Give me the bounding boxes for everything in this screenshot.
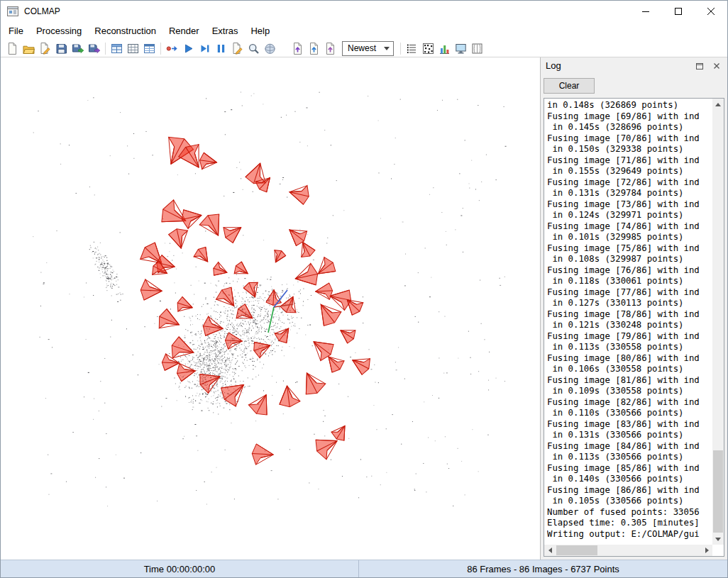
save-project-icon[interactable] bbox=[53, 40, 70, 57]
automatic-reconstruction-icon[interactable] bbox=[164, 40, 180, 57]
log-dock-title: Log bbox=[546, 60, 561, 71]
log-dock: Log Clear in 0.148s (326869 points) Fusi… bbox=[540, 57, 727, 560]
new-project-icon[interactable] bbox=[4, 40, 21, 57]
dock-float-button[interactable] bbox=[693, 60, 705, 72]
log-icon[interactable] bbox=[404, 40, 420, 57]
minimize-button[interactable] bbox=[629, 1, 662, 22]
toolbar-separator bbox=[400, 43, 401, 55]
menu-item-reconstruction[interactable]: Reconstruction bbox=[88, 23, 162, 38]
step-reconstruction-icon[interactable] bbox=[197, 40, 213, 57]
toolbar-separator bbox=[105, 43, 106, 55]
dense-reconstruction-icon[interactable] bbox=[262, 40, 278, 57]
export-all-icon[interactable] bbox=[289, 40, 306, 57]
scroll-down-icon[interactable] bbox=[712, 533, 724, 545]
database-management-icon[interactable] bbox=[141, 40, 158, 57]
toolbar-separator bbox=[160, 43, 161, 55]
title-bar: COLMAP bbox=[1, 1, 727, 22]
log-vertical-scrollbar[interactable] bbox=[712, 99, 724, 545]
export-as-icon[interactable] bbox=[306, 40, 322, 57]
edit-project-icon[interactable] bbox=[37, 40, 53, 57]
menu-bar: FileProcessingReconstructionRenderExtras… bbox=[1, 22, 727, 40]
app-icon bbox=[7, 6, 18, 17]
toolbar: Newest bbox=[1, 40, 727, 57]
vertical-scroll-thumb[interactable] bbox=[713, 450, 723, 533]
main-area: Log Clear in 0.148s (326869 points) Fusi… bbox=[1, 57, 727, 560]
menu-item-render[interactable]: Render bbox=[162, 23, 206, 38]
start-reconstruction-icon[interactable] bbox=[180, 40, 197, 57]
reconstruction-selector-value: Newest bbox=[348, 43, 376, 53]
close-button[interactable] bbox=[695, 1, 727, 22]
scroll-left-icon[interactable] bbox=[544, 545, 556, 556]
stats-icon[interactable] bbox=[436, 40, 453, 57]
scroll-right-icon[interactable] bbox=[701, 545, 712, 556]
dock-close-button[interactable] bbox=[710, 60, 722, 72]
maximize-button[interactable] bbox=[662, 1, 695, 22]
chevron-down-icon bbox=[380, 42, 393, 55]
grab-image-icon[interactable] bbox=[453, 40, 469, 57]
window-title: COLMAP bbox=[24, 6, 60, 16]
menu-item-help[interactable]: Help bbox=[244, 23, 276, 38]
model-viewport[interactable] bbox=[1, 57, 540, 560]
window-controls bbox=[629, 1, 727, 22]
export-fused-icon[interactable] bbox=[322, 40, 338, 57]
feature-matching-icon[interactable] bbox=[125, 40, 141, 57]
float-icon bbox=[695, 61, 705, 71]
export-model-icon[interactable] bbox=[86, 40, 102, 57]
pause-reconstruction-icon[interactable] bbox=[213, 40, 229, 57]
reconstruction-selector[interactable]: Newest bbox=[342, 41, 394, 56]
scroll-up-icon[interactable] bbox=[712, 99, 724, 110]
horizontal-scroll-thumb[interactable] bbox=[556, 545, 597, 555]
match-matrix-icon[interactable] bbox=[420, 40, 436, 57]
status-stats: 86 Frames - 86 Images - 6737 Points bbox=[359, 560, 727, 577]
log-output[interactable]: in 0.148s (326869 points) Fusing image [… bbox=[544, 98, 724, 557]
log-horizontal-scrollbar[interactable] bbox=[544, 545, 712, 556]
status-bar: Time 00:00:00:00 86 Frames - 86 Images -… bbox=[1, 560, 727, 577]
feature-extraction-icon[interactable] bbox=[109, 40, 125, 57]
viewport-canvas[interactable] bbox=[1, 57, 540, 560]
menu-item-extras[interactable]: Extras bbox=[206, 23, 245, 38]
clear-log-button[interactable]: Clear bbox=[544, 78, 595, 94]
import-model-icon[interactable] bbox=[70, 40, 86, 57]
reconstruction-options-icon[interactable] bbox=[229, 40, 246, 57]
close-icon bbox=[712, 61, 722, 71]
menu-item-file[interactable]: File bbox=[2, 23, 30, 38]
log-dock-header: Log bbox=[541, 57, 727, 74]
undistort-icon[interactable] bbox=[469, 40, 485, 57]
status-time: Time 00:00:00:00 bbox=[1, 560, 359, 577]
menu-item-processing[interactable]: Processing bbox=[30, 23, 88, 38]
log-toolbar: Clear bbox=[541, 74, 727, 98]
log-text[interactable]: in 0.148s (326869 points) Fusing image [… bbox=[547, 100, 711, 543]
bundle-adjustment-icon[interactable] bbox=[246, 40, 262, 57]
open-project-icon[interactable] bbox=[21, 40, 37, 57]
app-window: COLMAP FileProcessingReconstructionRende… bbox=[0, 0, 728, 578]
